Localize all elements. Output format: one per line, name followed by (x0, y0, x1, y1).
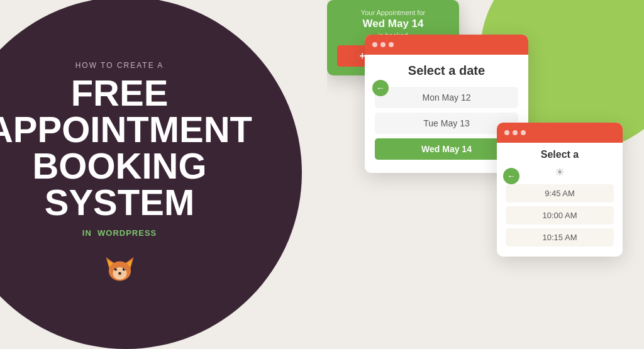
time-row-3[interactable]: 10:15 AM (506, 228, 614, 247)
dot3 (389, 42, 394, 47)
sun-icon: ☀ (506, 165, 614, 179)
card-header (365, 35, 528, 55)
calendar-card-secondary: ← Select a ☀ 9:45 AM 10:00 AM 10:15 AM (497, 123, 623, 257)
time-row-1[interactable]: 9:45 AM (506, 184, 614, 202)
title-line4: SYSTEM (0, 184, 252, 221)
card-header-secondary (497, 123, 623, 143)
title-line1: FREE (0, 75, 252, 111)
left-panel: HOW TO CREATE A FREE APPOINTMENT BOOKING… (0, 0, 327, 349)
dot2 (380, 42, 386, 47)
subtitle-in: IN (82, 228, 92, 238)
time-row-2[interactable]: 10:00 AM (506, 206, 614, 224)
main-title: FREE APPOINTMENT BOOKING SYSTEM (0, 75, 252, 221)
fox-icon (0, 250, 252, 285)
title-line3: BOOKING (0, 148, 252, 184)
left-content: HOW TO CREATE A FREE APPOINTMENT BOOKING… (0, 61, 290, 285)
page-container: HOW TO CREATE A FREE APPOINTMENT BOOKING… (0, 0, 644, 349)
dot4 (504, 130, 509, 135)
dot6 (521, 130, 526, 135)
dot1 (372, 42, 377, 47)
card-secondary-title: Select a (506, 149, 614, 160)
svg-point-7 (122, 268, 125, 270)
title-line2: APPOINTMENT (0, 111, 252, 148)
confirm-date: Wed May 14 (337, 18, 449, 30)
card-main-title: Select a date (375, 64, 518, 78)
svg-point-8 (115, 269, 116, 270)
subtitle-bottom: IN WORDPRESS (0, 228, 252, 238)
svg-point-9 (124, 269, 125, 270)
svg-point-6 (114, 268, 116, 270)
dot5 (513, 130, 518, 135)
back-button-secondary[interactable]: ← (503, 168, 519, 184)
subtitle-top: HOW TO CREATE A (0, 61, 252, 70)
card-body-secondary: ← Select a ☀ 9:45 AM 10:00 AM 10:15 AM (497, 143, 623, 257)
dark-circle: HOW TO CREATE A FREE APPOINTMENT BOOKING… (0, 0, 302, 349)
date-row-mon[interactable]: Mon May 12 (375, 87, 518, 108)
confirm-text-for: Your Appointment for (337, 9, 449, 16)
subtitle-wordpress: WORDPRESS (97, 228, 157, 238)
right-panel: ← Select a date Mon May 12 Tue May 13 We… (327, 0, 644, 349)
svg-point-10 (118, 272, 121, 274)
back-button-main[interactable]: ← (372, 80, 389, 96)
